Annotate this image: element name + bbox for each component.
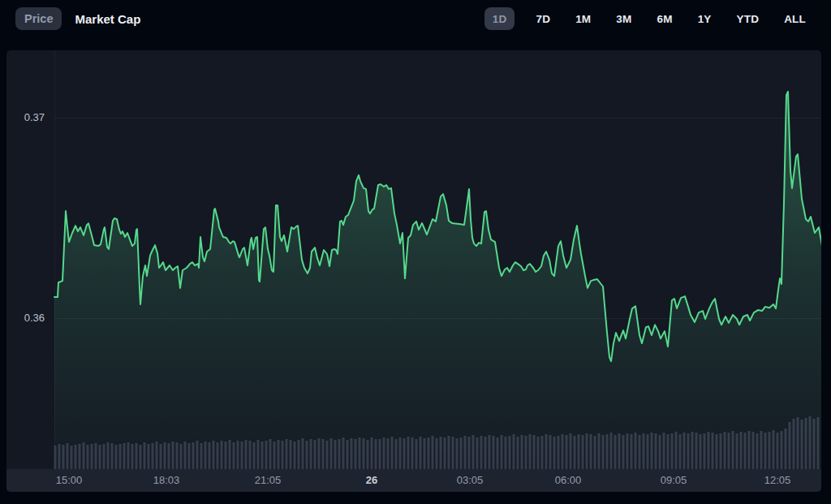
price-chart[interactable]	[6, 50, 821, 492]
range-selector: 1D7D1M3M6M1YYTDALL	[484, 0, 831, 30]
range-1m[interactable]: 1M	[571, 7, 595, 30]
tab-market-cap[interactable]: Market Cap	[75, 7, 140, 30]
x-tick-label: 09:05	[661, 469, 687, 492]
area-fill	[54, 92, 821, 469]
range-1y[interactable]: 1Y	[694, 7, 716, 30]
metric-toggle: Price Market Cap	[0, 0, 140, 30]
range-ytd[interactable]: YTD	[733, 7, 764, 30]
app-root: Price Market Cap 1D7D1M3M6M1YYTDALL 0.37…	[0, 0, 831, 504]
range-7d[interactable]: 7D	[532, 7, 554, 30]
x-tick-label: 21:05	[255, 469, 282, 492]
range-6m[interactable]: 6M	[652, 7, 676, 30]
x-tick-label: 03:05	[457, 469, 484, 492]
range-3m[interactable]: 3M	[612, 7, 635, 30]
x-tick-label: 18:03	[153, 469, 180, 492]
x-tick-label: 12:05	[764, 469, 791, 492]
x-tick-label: 26	[366, 469, 377, 492]
x-tick-label: 15:00	[56, 469, 83, 492]
chart-panel: 0.370.36 15:0018:0321:052603:0506:0009:0…	[6, 50, 821, 492]
chart-header: Price Market Cap 1D7D1M3M6M1YYTDALL	[0, 0, 831, 50]
range-1d[interactable]: 1D	[484, 7, 515, 30]
range-all[interactable]: ALL	[780, 7, 810, 30]
x-tick-label: 06:00	[555, 469, 582, 492]
tab-price[interactable]: Price	[15, 7, 62, 30]
x-axis: 15:0018:0321:052603:0506:0009:0512:05	[6, 469, 821, 492]
